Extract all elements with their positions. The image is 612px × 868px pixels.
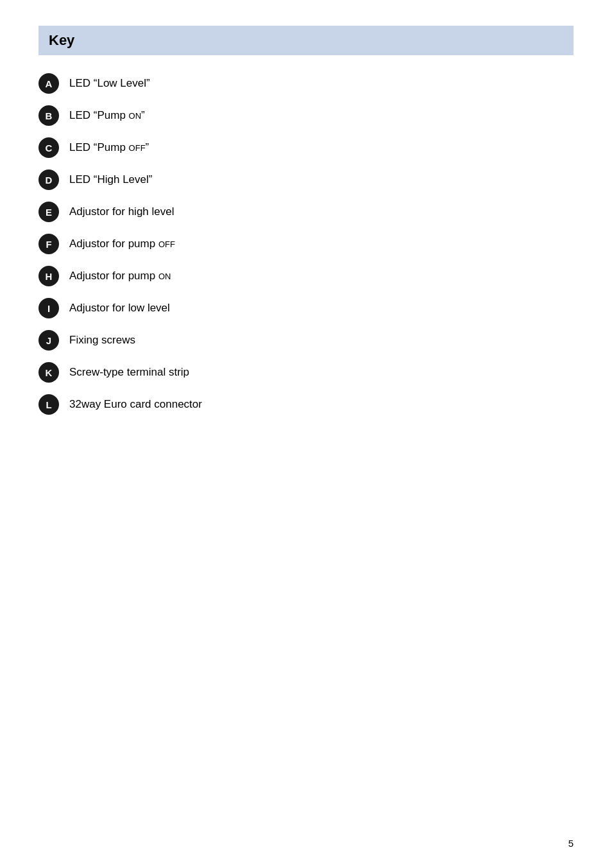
label-e: Adjustor for high level xyxy=(69,205,174,218)
list-item: A LED “Low Level” xyxy=(38,73,574,94)
list-item: E Adjustor for high level xyxy=(38,202,574,222)
badge-c: C xyxy=(38,137,59,158)
badge-j: J xyxy=(38,330,59,351)
label-k: Screw-type terminal strip xyxy=(69,366,189,379)
key-header: Key xyxy=(38,26,574,55)
list-item: I Adjustor for low level xyxy=(38,298,574,318)
list-item: B LED “Pump on” xyxy=(38,105,574,126)
label-j: Fixing screws xyxy=(69,334,135,347)
list-item: L 32way Euro card connector xyxy=(38,394,574,415)
badge-f: F xyxy=(38,234,59,254)
key-title: Key xyxy=(49,32,74,48)
label-a: LED “Low Level” xyxy=(69,77,150,90)
label-i: Adjustor for low level xyxy=(69,302,170,315)
list-item: C LED “Pump off” xyxy=(38,137,574,158)
badge-e: E xyxy=(38,202,59,222)
badge-b: B xyxy=(38,105,59,126)
badge-i: I xyxy=(38,298,59,318)
label-h: Adjustor for pump on xyxy=(69,270,171,282)
list-item: D LED “High Level” xyxy=(38,169,574,190)
list-item: K Screw-type terminal strip xyxy=(38,362,574,383)
list-item: J Fixing screws xyxy=(38,330,574,351)
badge-h: H xyxy=(38,266,59,286)
badge-a: A xyxy=(38,73,59,94)
label-c: LED “Pump off” xyxy=(69,141,149,154)
key-list: A LED “Low Level” B LED “Pump on” C LED … xyxy=(38,73,574,415)
list-item: F Adjustor for pump off xyxy=(38,234,574,254)
label-b: LED “Pump on” xyxy=(69,109,145,122)
label-d: LED “High Level” xyxy=(69,173,152,186)
list-item: H Adjustor for pump on xyxy=(38,266,574,286)
page-container: Key A LED “Low Level” B LED “Pump on” C … xyxy=(0,0,612,465)
badge-d: D xyxy=(38,169,59,190)
badge-l: L xyxy=(38,394,59,415)
label-l: 32way Euro card connector xyxy=(69,398,202,411)
label-f: Adjustor for pump off xyxy=(69,238,175,250)
badge-k: K xyxy=(38,362,59,383)
page-number: 5 xyxy=(568,838,574,849)
